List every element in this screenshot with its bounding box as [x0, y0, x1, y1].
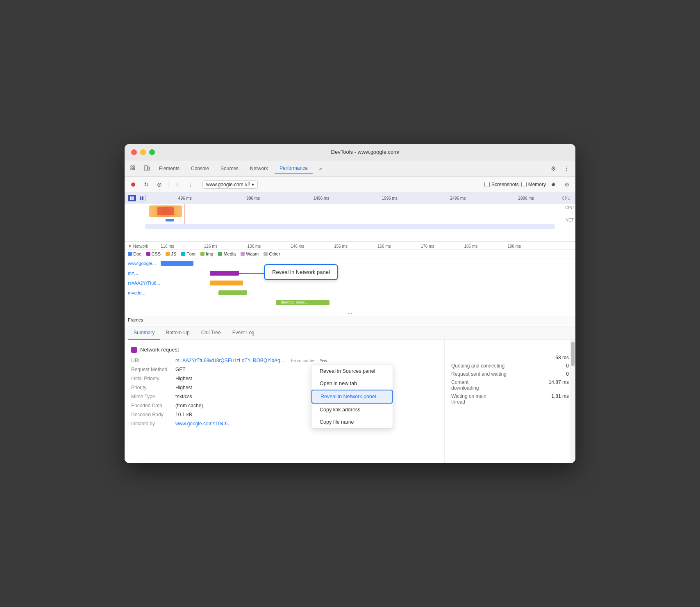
settings2-button[interactable]: ⚙: [561, 179, 572, 190]
mime-value: text/css: [175, 394, 192, 399]
legend-other-label: Other: [269, 251, 280, 256]
tab-network[interactable]: Network: [245, 163, 273, 174]
ctx-reveal-network[interactable]: Reveal in Network panel: [311, 390, 393, 404]
timeline-area: 496 ms 996 ms 1496 ms 1996 ms 2496 ms 29…: [125, 192, 575, 242]
tab-sources[interactable]: Sources: [216, 163, 243, 174]
flame-icon[interactable]: [548, 179, 559, 190]
nt-tick-4: 156 ms: [334, 244, 377, 249]
record-button[interactable]: [128, 179, 139, 190]
waiting-value: 1.81 ms: [551, 393, 569, 405]
legend-other: Other: [264, 251, 280, 256]
pause-icon[interactable]: [128, 195, 136, 201]
tab-call-tree[interactable]: Call Tree: [195, 326, 227, 340]
legend-wasm-label: Wasm: [246, 251, 259, 256]
tick-5: 2996 ms: [492, 196, 560, 201]
arrow-head: →: [239, 272, 242, 276]
nt-label-1: m=...: [128, 271, 161, 276]
cpu-label-chart: CPU: [565, 205, 574, 210]
priority-value: Highest: [175, 385, 192, 390]
nt-row-4[interactable]: desktop_searc...: [125, 298, 575, 308]
legend-css: CSS: [146, 251, 161, 256]
network-timeline: ▼ Network 116 ms 126 ms 136 ms 146 ms 15…: [125, 242, 575, 326]
memory-label: Memory: [528, 182, 546, 187]
device-toolbar-icon[interactable]: [141, 163, 152, 174]
legend-doc: Doc: [128, 251, 141, 256]
scrollbar-right[interactable]: [570, 340, 575, 463]
upload-button[interactable]: ↑: [172, 179, 182, 190]
nt-bar-label-4: desktop_searc...: [280, 300, 309, 304]
svg-point-6: [131, 183, 135, 187]
ctx-reveal-sources[interactable]: Reveal in Sources panel: [311, 365, 393, 377]
minimize-button[interactable]: [140, 149, 146, 155]
section-icon: [131, 347, 137, 353]
stat-duration: .68 ms: [451, 355, 569, 361]
tab-console[interactable]: Console: [186, 163, 214, 174]
content-area: Network request URL rs=AA2YrTtu68wU8rQSE…: [125, 340, 575, 463]
step-icon[interactable]: [138, 195, 146, 201]
tick-3: 1996 ms: [355, 196, 423, 201]
summary-tabs: Summary Bottom-Up Call Tree Event Log: [125, 326, 575, 340]
ctx-open-new-tab[interactable]: Open in new tab: [311, 377, 393, 390]
legend-other-dot: [264, 252, 268, 256]
encoded-value: (from cache): [175, 403, 203, 408]
timeline-cursor: [184, 204, 184, 224]
nt-label-3: m=cdo...: [128, 290, 161, 295]
scrollbar-thumb[interactable]: [571, 342, 575, 366]
svg-rect-1: [131, 168, 132, 170]
summary-panel: Network request URL rs=AA2YrTtu68wU8rQSE…: [125, 340, 444, 463]
nt-row-1[interactable]: m=... → rs=AA2YrTtu6... Reveal in Netwo: [125, 268, 575, 278]
screenshots-check[interactable]: [484, 182, 490, 187]
legend-font-label: Font: [186, 251, 195, 256]
frames-row: Frames: [125, 316, 575, 324]
tick-4: 2496 ms: [424, 196, 492, 201]
url-value[interactable]: rs=AA2YrTtu68wU8rQSEu1zLoTY..ROBQYibAg..…: [175, 358, 284, 363]
tab-summary[interactable]: Summary: [128, 326, 160, 340]
method-label: Request Method: [131, 367, 172, 372]
screenshots-checkbox[interactable]: Screenshots: [484, 182, 519, 187]
tab-event-log[interactable]: Event Log: [227, 326, 260, 340]
content-value: 14.87 ms: [549, 379, 569, 391]
stat-waiting: Waiting on mainthread 1.81 ms: [451, 393, 569, 405]
tab-bottom-up[interactable]: Bottom-Up: [160, 326, 195, 340]
nt-bar-0: [161, 261, 193, 266]
initiated-value[interactable]: www.google.com/:104:6...: [175, 421, 232, 427]
inspect-icon[interactable]: [128, 163, 139, 174]
tab-performance[interactable]: Performance: [275, 163, 313, 174]
url-selector[interactable]: www.google.com #2 ▾: [202, 180, 258, 189]
priority-label: Priority: [131, 385, 172, 390]
legend-wasm-dot: [241, 252, 245, 256]
nt-row-3[interactable]: m=cdo...: [125, 288, 575, 298]
reload-button[interactable]: ↻: [141, 179, 152, 190]
clear-button[interactable]: ⊘: [154, 179, 165, 190]
ctx-copy-link[interactable]: Copy link address: [311, 404, 393, 416]
divider1: [168, 180, 168, 189]
nt-tick-8: 196 ms: [507, 244, 551, 249]
url-label: URL: [131, 358, 172, 363]
nt-row-0[interactable]: www.google...: [125, 258, 575, 268]
nt-label-4: [128, 300, 161, 305]
maximize-button[interactable]: [149, 149, 155, 155]
url-value: www.google.com #2: [206, 182, 250, 187]
svg-rect-10: [142, 196, 143, 200]
ctx-copy-filename[interactable]: Copy file name: [311, 416, 393, 428]
nt-bar-2: [210, 281, 243, 285]
memory-check[interactable]: [521, 182, 527, 187]
more-vert-icon[interactable]: ⋮: [561, 163, 572, 174]
memory-checkbox[interactable]: Memory: [521, 182, 546, 187]
tab-elements[interactable]: Elements: [154, 163, 184, 174]
screenshots-label: Screenshots: [491, 182, 519, 187]
legend-img-label: Img: [206, 251, 213, 256]
method-value: GET: [175, 367, 186, 372]
close-button[interactable]: [131, 149, 137, 155]
decoded-value: 10.1 kB: [175, 412, 192, 418]
more-tabs-icon[interactable]: »: [314, 163, 327, 174]
tooltip-network-panel-1: Reveal in Network panel: [264, 264, 338, 280]
stats-col: .68 ms Queuing and connecting 0 Request …: [444, 340, 575, 463]
legend-css-dot: [146, 252, 150, 256]
nt-row-2[interactable]: rs=AA2YrTtu6...: [125, 278, 575, 288]
from-cache-value: Yes: [320, 358, 327, 363]
chevron-down-icon: ▾: [252, 182, 254, 187]
tick-2: 1496 ms: [287, 196, 355, 201]
settings-icon[interactable]: ⚙: [548, 163, 559, 174]
download-button[interactable]: ↓: [185, 179, 195, 190]
